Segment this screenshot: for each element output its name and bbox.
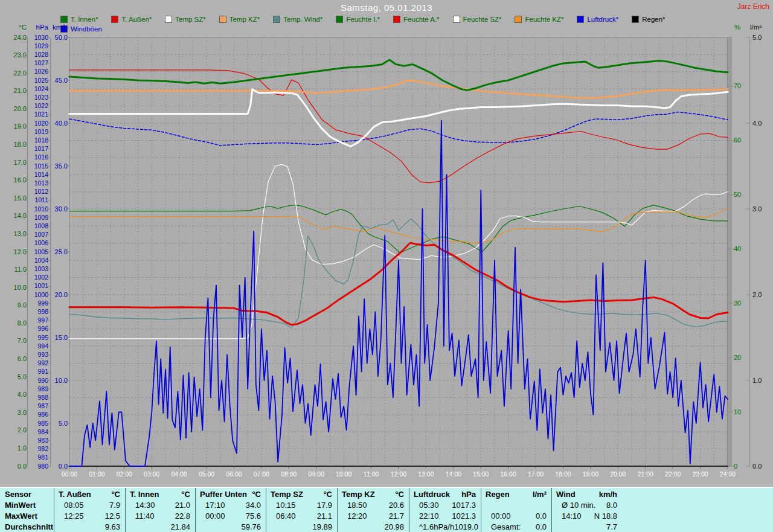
table-col-2: T. Innen°C14:3021.011:4022.821.84 [125, 488, 195, 532]
cell-value: 34.0 [246, 500, 261, 511]
sensor-unit: °C [323, 489, 332, 500]
cell-value: 21.0 [175, 500, 190, 511]
column-header: Puffer Unten°C [196, 489, 266, 500]
column-header: LuftdruckhPa [409, 489, 481, 500]
chart-plot [0, 0, 773, 532]
table-row: 20.98 [338, 522, 409, 532]
table-col-4: Temp SZ°C10:1517.906:4021.119.89 [266, 488, 337, 532]
cell-value: 9.63 [105, 522, 120, 532]
table-col-7: Regenl/m²00:000.0Gesamt:0.0 [481, 488, 551, 532]
weather-station-day-view: Samstag, 05.01.2013 Jarz Erich T. Innen*… [0, 0, 773, 532]
table-row: 00:0075.6 [196, 511, 266, 522]
cell-time: 12:20 [347, 511, 367, 522]
sensor-unit: hPa [461, 489, 476, 500]
table-row: 17:1034.0 [196, 500, 266, 511]
cell-time: 06:40 [276, 511, 296, 522]
cell-value: 21.84 [170, 522, 190, 532]
table-col-sensor: SensorMinWertMaxWertDurchschnitt [0, 488, 54, 532]
cell-time: Ø 10 min. [562, 500, 595, 511]
sensor-unit: °C [181, 489, 190, 500]
table-row: 12:2021.7 [338, 511, 409, 522]
sensor-name: Temp SZ [271, 489, 303, 500]
cell-value: 20.98 [384, 522, 404, 532]
table-col-1: T. Außen°C08:057.912:2512.59.63 [54, 488, 125, 532]
table-row: 14:10N 18.8 [552, 511, 622, 522]
table-row: ^1.6hPa/h1019.0 [409, 522, 481, 532]
cell-value: N 18.8 [594, 511, 617, 522]
table-row: 19.89 [266, 522, 337, 532]
cell-value: 19.89 [312, 522, 332, 532]
cell-time: 10:15 [276, 500, 296, 511]
column-header: Windkm/h [552, 489, 622, 500]
cell-time: Gesamt: [491, 522, 521, 532]
cell-time: 22:10 [419, 511, 439, 522]
cell-time: 08:05 [64, 500, 84, 511]
sensor-unit: °C [395, 489, 404, 500]
cell-time: 11:40 [135, 511, 155, 522]
table-row: 9.63 [54, 522, 125, 532]
sensor-name: Temp KZ [342, 489, 375, 500]
cell-time: 00:00 [205, 511, 225, 522]
sensor-name: T. Innen [130, 489, 159, 500]
cell-value: 21.7 [389, 511, 404, 522]
table-row [481, 500, 551, 511]
cell-value: 0.0 [536, 511, 547, 522]
column-header: T. Innen°C [126, 489, 195, 500]
cell-value: 1017.3 [452, 500, 476, 511]
table-row: Ø 10 min.8.0 [552, 500, 622, 511]
table-row: 08:057.9 [54, 500, 125, 511]
cell-value: 0.0 [536, 522, 547, 532]
plot-right-bar [728, 37, 731, 466]
table-row: 05:301017.3 [409, 500, 481, 511]
sensor-name: Regen [486, 489, 510, 500]
sensor-unit: l/m² [533, 489, 547, 500]
cell-value: 8.0 [606, 500, 617, 511]
sensor-unit: °C [252, 489, 261, 500]
cell-time: 17:10 [205, 500, 225, 511]
table-row: 10:1517.9 [266, 500, 337, 511]
table-row: 00:000.0 [481, 511, 551, 522]
cell-value: 75.6 [246, 511, 261, 522]
column-header: Temp SZ°C [266, 489, 337, 500]
table-row: 21.84 [126, 522, 195, 532]
table-row: Gesamt:0.0 [481, 522, 551, 532]
cell-value: 20.6 [389, 500, 404, 511]
cell-value: 22.8 [175, 511, 190, 522]
row-label: MinWert [0, 500, 54, 511]
sensor-name: Puffer Unten [200, 489, 247, 500]
table-row: 11:4022.8 [126, 511, 195, 522]
cell-value: 17.9 [317, 500, 332, 511]
table-col-6: LuftdruckhPa05:301017.322:101021.3^1.6hP… [409, 488, 481, 532]
table-row: 14:3021.0 [126, 500, 195, 511]
cell-time: 14:10 [562, 511, 582, 522]
sensor-name: T. Außen [59, 489, 91, 500]
table-col-3: Puffer Unten°C17:1034.000:0075.659.76 [195, 488, 266, 532]
table-row: 7.7 [552, 522, 622, 532]
row-label: Sensor [0, 489, 54, 500]
table-col-5: Temp KZ°C18:5020.612:2021.720.98 [337, 488, 409, 532]
sensor-unit: km/h [599, 489, 617, 500]
cell-time: 18:50 [347, 500, 367, 511]
row-label: Durchschnitt [0, 522, 54, 532]
cell-time: 00:00 [491, 511, 511, 522]
column-header: Regenl/m² [481, 489, 551, 500]
sensor-name: Luftdruck [414, 489, 450, 500]
cell-time: ^1.6hPa/h [419, 522, 454, 532]
cell-value: 1019.0 [454, 522, 478, 532]
table-row: 22:101021.3 [409, 511, 481, 522]
column-header: Temp KZ°C [338, 489, 409, 500]
table-row: 59.76 [196, 522, 266, 532]
row-label: MaxWert [0, 511, 54, 522]
table-row: 06:4021.1 [266, 511, 337, 522]
cell-value: 59.76 [241, 522, 261, 532]
table-col-8: Windkm/hØ 10 min.8.014:10N 18.87.7 [551, 488, 622, 532]
table-row: 12:2512.5 [54, 511, 125, 522]
column-header: T. Außen°C [54, 489, 125, 500]
cell-time: 12:25 [64, 511, 84, 522]
cell-value: 7.9 [109, 500, 120, 511]
table-row: 18:5020.6 [338, 500, 409, 511]
cell-value: 7.7 [606, 522, 617, 532]
cell-value: 1021.3 [452, 511, 476, 522]
cell-value: 12.5 [105, 511, 120, 522]
cell-value: 21.1 [317, 511, 332, 522]
